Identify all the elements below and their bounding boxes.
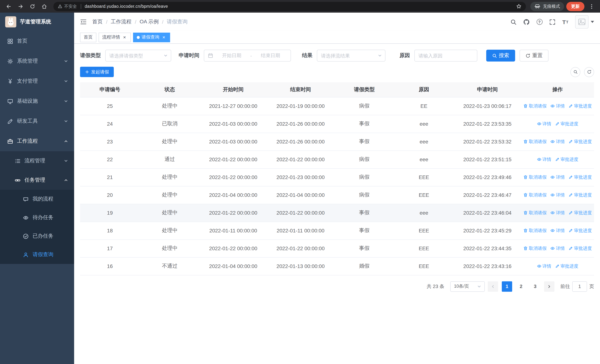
table-row: 23处理中2022-01-03 00:00:002022-01-26 00:00… xyxy=(80,133,594,150)
security-indicator[interactable]: 不安全 xyxy=(58,3,77,9)
detail-action[interactable]: 详情 xyxy=(550,103,565,109)
header-search-icon[interactable] xyxy=(507,16,520,28)
sidebar-item-7[interactable]: 任务管理 xyxy=(0,170,74,190)
goto-label: 前往 xyxy=(560,283,570,290)
tags-bar: 首页流程详情×请假查询× xyxy=(74,31,600,44)
refresh-table-button[interactable] xyxy=(584,67,594,77)
leave-type-input[interactable] xyxy=(109,53,161,58)
cancel-action[interactable]: 取消请假 xyxy=(523,210,547,216)
cell-id: 22 xyxy=(80,150,140,168)
progress-action[interactable]: 审批进度 xyxy=(569,139,592,145)
sidebar-toggle-icon[interactable] xyxy=(80,19,87,25)
browser-menu-icon[interactable] xyxy=(587,1,596,11)
cancel-action[interactable]: 取消请假 xyxy=(523,245,547,252)
sidebar-item-8[interactable]: 我的流程 xyxy=(0,190,74,208)
search-icon xyxy=(492,53,497,58)
browser-back-icon[interactable] xyxy=(4,1,13,11)
breadcrumb-item[interactable]: OA 示例 xyxy=(140,19,159,25)
user-menu[interactable] xyxy=(575,15,594,28)
cancel-action[interactable]: 取消请假 xyxy=(523,174,547,180)
detail-action[interactable]: 详情 xyxy=(537,156,551,163)
goto-unit: 页 xyxy=(589,283,594,290)
start-date-placeholder: 开始日期 xyxy=(215,52,248,59)
page-3-button[interactable]: 3 xyxy=(530,281,540,291)
create-leave-button[interactable]: 发起请假 xyxy=(80,67,114,77)
cancel-action[interactable]: 取消请假 xyxy=(523,227,547,234)
close-icon[interactable]: × xyxy=(161,35,166,40)
progress-action[interactable]: 审批进度 xyxy=(555,121,578,127)
sidebar-item-3[interactable]: 基础设施 xyxy=(0,91,74,111)
address-bar[interactable]: 不安全 dashboard.yudao.iocoder.cn/bpm/oa/le… xyxy=(53,2,526,11)
page-size-select[interactable]: 10条/页 xyxy=(450,281,485,291)
page-1-button[interactable]: 1 xyxy=(502,281,512,291)
tag-0[interactable]: 首页 xyxy=(80,32,96,42)
reason-input[interactable] xyxy=(418,53,473,58)
sidebar-item-11[interactable]: 请假查询 xyxy=(0,245,74,264)
breadcrumb-item[interactable]: 首页 xyxy=(92,19,103,25)
browser-home-icon[interactable] xyxy=(39,1,49,11)
tag-1[interactable]: 流程详情× xyxy=(99,32,131,42)
leave-type-select[interactable] xyxy=(105,50,171,62)
next-page-button[interactable] xyxy=(544,281,554,291)
progress-action[interactable]: 审批进度 xyxy=(555,263,578,269)
sidebar-item-9[interactable]: 待办任务 xyxy=(0,208,74,227)
sidebar-item-10[interactable]: 已办任务 xyxy=(0,227,74,245)
progress-action[interactable]: 审批进度 xyxy=(569,245,592,252)
search-button[interactable]: 搜索 xyxy=(486,50,515,62)
help-icon[interactable]: ? xyxy=(533,16,545,28)
detail-action[interactable]: 详情 xyxy=(550,192,565,198)
detail-action[interactable]: 详情 xyxy=(537,121,551,127)
sidebar-item-1[interactable]: 系统管理 xyxy=(0,51,74,71)
pagination: 共 23 条 10条/页 123 前往 页 xyxy=(80,281,594,291)
progress-action[interactable]: 审批进度 xyxy=(569,103,592,109)
toggle-search-button[interactable] xyxy=(570,67,580,77)
progress-action[interactable]: 审批进度 xyxy=(569,174,592,180)
goto-page-input[interactable] xyxy=(572,281,587,291)
action-label: 取消请假 xyxy=(529,245,547,252)
table-header-row: 申请编号状态开始时间结束时间请假类型原因申请时间操作 xyxy=(80,82,594,97)
reset-button[interactable]: 重置 xyxy=(520,50,548,62)
logo[interactable]: 芋道管理系统 xyxy=(0,13,74,31)
sidebar-item-6[interactable]: 流程管理 xyxy=(0,151,74,170)
browser-reload-icon[interactable] xyxy=(28,1,37,11)
cell-end: 2022-01-22 00:00:00 xyxy=(267,204,335,222)
page-2-button[interactable]: 2 xyxy=(516,281,526,291)
close-icon[interactable]: × xyxy=(122,35,127,40)
result-input[interactable] xyxy=(321,53,375,58)
prev-page-button[interactable] xyxy=(488,281,498,291)
cancel-action[interactable]: 取消请假 xyxy=(523,103,547,109)
date-range-picker[interactable]: 开始日期 - 结束日期 xyxy=(204,50,291,62)
table-row: 20处理中2022-01-04 00:00:002022-01-04 00:00… xyxy=(80,186,594,204)
progress-action[interactable]: 审批进度 xyxy=(569,210,592,216)
detail-action[interactable]: 详情 xyxy=(537,263,551,269)
cancel-action[interactable]: 取消请假 xyxy=(523,192,547,198)
edit-icon xyxy=(569,246,573,251)
sidebar-item-5[interactable]: 工作流程 xyxy=(0,131,74,151)
detail-action[interactable]: 详情 xyxy=(550,227,565,234)
detail-action[interactable]: 详情 xyxy=(550,245,565,252)
sidebar-item-4[interactable]: 研发工具 xyxy=(0,111,74,131)
tag-2[interactable]: 请假查询× xyxy=(133,32,170,42)
github-icon[interactable] xyxy=(520,16,533,28)
breadcrumb-separator: / xyxy=(106,19,107,25)
breadcrumb-item[interactable]: 工作流程 xyxy=(111,19,131,25)
sidebar-item-2[interactable]: 支付管理 xyxy=(0,71,74,91)
fullscreen-icon[interactable] xyxy=(546,16,559,28)
detail-action[interactable]: 详情 xyxy=(550,210,565,216)
browser-forward-icon[interactable] xyxy=(16,1,25,11)
bookmark-star-icon[interactable] xyxy=(516,4,521,9)
update-button[interactable]: 更新 xyxy=(566,2,584,11)
progress-action[interactable]: 审批进度 xyxy=(555,156,578,163)
result-select[interactable] xyxy=(317,50,385,62)
detail-action[interactable]: 详情 xyxy=(550,174,565,180)
cell-start: 2022-01-03 00:00:00 xyxy=(200,115,267,133)
cell-reason: EEE xyxy=(394,186,454,204)
sidebar-item-0[interactable]: 首页 xyxy=(0,31,74,51)
cancel-action[interactable]: 取消请假 xyxy=(523,139,547,145)
progress-action[interactable]: 审批进度 xyxy=(569,192,592,198)
progress-action[interactable]: 审批进度 xyxy=(569,227,592,234)
reason-field[interactable] xyxy=(414,50,477,62)
incognito-badge: 无痕模式 xyxy=(530,2,564,11)
detail-action[interactable]: 详情 xyxy=(550,139,565,145)
font-size-icon[interactable]: TT xyxy=(559,16,572,28)
